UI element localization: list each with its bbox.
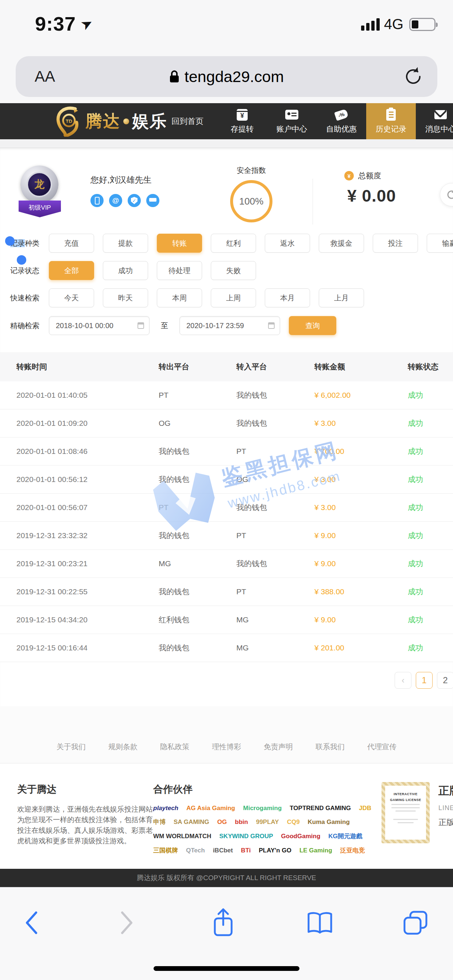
about-text: 欢迎来到腾达，亚洲领先在线娱乐投注网站为您呈现不一样的在线投注体验，包括体育投注… [17, 804, 153, 846]
footer-link-privacy[interactable]: 隐私政策 [160, 742, 189, 752]
calendar-icon [137, 322, 144, 329]
lock-icon [169, 70, 179, 83]
footer-link-about[interactable]: 关于我们 [57, 742, 86, 752]
email-verified-icon[interactable]: @ [109, 194, 122, 207]
filter-type-transfer[interactable]: 转账 [157, 234, 202, 253]
table-row: 2020-01-01 00:56:12我的钱包OG¥ 3.00成功 [0, 466, 453, 494]
logo-dot-icon [123, 118, 129, 124]
nav-item-promotions[interactable]: -% 自助优惠 [317, 103, 366, 139]
footer-link-rules[interactable]: 规则条款 [108, 742, 137, 752]
filter-status-failed[interactable]: 失败 [211, 261, 256, 280]
share-icon[interactable] [207, 906, 239, 939]
vertical-divider [313, 179, 313, 224]
footer-link-agent[interactable]: 代理宣传 [367, 742, 396, 752]
quick-this-month[interactable]: 本月 [265, 288, 310, 307]
dragon-emblem-icon: 龙 [27, 172, 52, 197]
filter-type-winloss[interactable]: 输赢 [427, 234, 453, 253]
gaming-license-certificate: INTERACTIVE GAMING LICENSE [381, 782, 430, 843]
coin-icon: ¥ [344, 171, 354, 180]
partner-logo: QTech [186, 847, 205, 854]
table-row: 2020-01-01 01:40:05PT我的钱包¥ 6,002.00成功 [0, 381, 453, 409]
quick-last-week[interactable]: 上周 [211, 288, 256, 307]
partners-title: 合作伙伴 [153, 783, 374, 796]
date-from-input[interactable]: 2018-10-01 00:00 [49, 316, 150, 335]
vip-level-ribbon: 初级VIP [19, 200, 61, 217]
col-header-amount: 转账金额 [314, 362, 408, 372]
partner-logo: 泛亚电竞 [340, 846, 365, 854]
selection-handle-start[interactable] [5, 236, 14, 246]
filter-status-success[interactable]: 成功 [103, 261, 148, 280]
site-logo[interactable]: TD 腾达 娱乐 [56, 105, 167, 137]
certificate-title-line2: GAMING LICENSE [390, 798, 421, 802]
footer-link-contact[interactable]: 联系我们 [316, 742, 345, 752]
quick-yesterday[interactable]: 昨天 [103, 288, 148, 307]
quick-today[interactable]: 今天 [49, 288, 94, 307]
footer-link-disclaimer[interactable]: 免责声明 [264, 742, 293, 752]
dragon-logo-icon: TD [56, 106, 83, 137]
tabs-icon[interactable] [399, 906, 432, 939]
battery-icon [409, 18, 435, 31]
filter-status-pending[interactable]: 待处理 [157, 261, 202, 280]
table-header-row: 转账时间 转出平台 转入平台 转账金额 转账状态 [0, 352, 453, 381]
home-indicator[interactable] [153, 966, 300, 971]
pagination-page-2[interactable]: 2 [437, 672, 453, 689]
partner-logo: SKYWIND GROUP [219, 833, 273, 840]
status-bar-right: 4G [361, 16, 435, 32]
nav-item-history-records[interactable]: 历史记录 [366, 103, 416, 139]
nav-item-message-center[interactable]: 消息中心 [416, 103, 453, 139]
domain-text: tengda29.com [185, 68, 284, 86]
back-button[interactable] [15, 906, 48, 939]
url-display[interactable]: tengda29.com [16, 68, 437, 86]
network-type-label: 4G [384, 16, 404, 32]
partner-logo: JDB [359, 805, 371, 812]
filter-type-rescue[interactable]: 救援金 [319, 234, 364, 253]
quick-this-week[interactable]: 本周 [157, 288, 202, 307]
total-quota-amount: ¥ 0.00 [347, 186, 396, 205]
date-to-input[interactable]: 2020-10-17 23:59 [179, 316, 280, 335]
status-bar-time: 9:37 ➤ [35, 13, 93, 35]
filter-type-deposit[interactable]: 充值 [49, 234, 94, 253]
query-button[interactable]: 查询 [289, 316, 336, 335]
pagination-prev-button[interactable]: ‹ [395, 672, 412, 689]
record-type-filter-row: 充值 提款 转账 红利 返水 救援金 投注 输赢 [49, 234, 453, 253]
safari-address-bar[interactable]: AA tengda29.com [16, 56, 437, 97]
refresh-balance-button[interactable] [440, 183, 453, 206]
filter-type-rebate[interactable]: 返水 [265, 234, 310, 253]
safari-toolbar [0, 887, 453, 980]
partner-logo: WM WORLDMATCH [153, 833, 211, 840]
quick-last-month[interactable]: 上月 [319, 288, 364, 307]
filter-type-bonus[interactable]: 红利 [211, 234, 256, 253]
forward-button[interactable] [110, 906, 144, 939]
shield-check-icon[interactable]: ✓ [128, 194, 141, 207]
footer-link-responsible[interactable]: 理性博彩 [212, 742, 241, 752]
precise-search-row: 2018-10-01 00:00 至 2020-10-17 23:59 查询 [49, 316, 336, 335]
selection-handle-end[interactable] [17, 255, 26, 265]
filter-type-betting[interactable]: 投注 [373, 234, 418, 253]
bank-card-icon[interactable] [146, 194, 160, 207]
phone-verified-icon[interactable] [91, 194, 104, 207]
message-envelope-icon [434, 109, 447, 121]
filter-status-all[interactable]: 全部 [49, 261, 94, 280]
deposit-transfer-icon: ¥ [237, 109, 248, 121]
bookmarks-icon[interactable] [303, 906, 336, 939]
partner-logo: BTi [241, 847, 250, 854]
partner-logo: LE Gaming [300, 847, 332, 854]
partner-logos: playtech AG Asia Gaming Microgaming TOPT… [153, 805, 374, 854]
col-header-from: 转出平台 [159, 362, 236, 372]
nav-item-account-center[interactable]: 账户中心 [267, 103, 317, 139]
reload-button[interactable] [404, 65, 423, 89]
pagination-page-1[interactable]: 1 [416, 672, 432, 689]
back-to-home-link[interactable]: 回到首页 [171, 103, 204, 139]
table-row: 2020-01-01 01:09:20OG我的钱包¥ 3.00成功 [0, 409, 453, 438]
partner-logo: iBCbet [213, 847, 233, 854]
total-quota-label: ¥ 总额度 [344, 170, 381, 181]
nav-item-deposit-transfer[interactable]: ¥ 存提转 [217, 103, 267, 139]
license-subline-2: 正版授 [439, 817, 453, 828]
security-index-label: 安全指数 [230, 165, 273, 175]
date-range-separator: 至 [158, 321, 171, 331]
site-header-nav: TD 腾达 娱乐 回到首页 ¥ 存提转 账户中心 -% 自助优惠 历史记录 [0, 103, 453, 139]
partner-logo: 申博 [153, 818, 166, 826]
page-footer: 关于我们 规则条款 隐私政策 理性博彩 免责声明 联系我们 代理宣传 关于腾达 … [0, 706, 453, 869]
table-row: 2019-12-15 04:34:20红利钱包MG¥ 9.00成功 [0, 606, 453, 634]
filter-type-withdraw[interactable]: 提款 [103, 234, 148, 253]
